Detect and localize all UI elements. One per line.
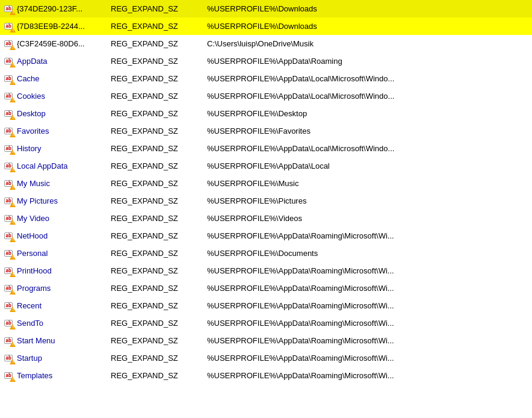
type-cell: REG_EXPAND_SZ xyxy=(108,297,205,314)
value-cell: %USERPROFILE%\AppData\Local\Microsoft\Wi… xyxy=(205,70,532,87)
value-cell: %USERPROFILE%\AppData\Roaming\Microsoft\… xyxy=(205,349,532,367)
name-cell: ab!Desktop xyxy=(0,105,108,122)
type-cell: REG_EXPAND_SZ xyxy=(108,314,205,332)
table-row[interactable]: ab!StartupREG_EXPAND_SZ%USERPROFILE%\App… xyxy=(0,349,532,367)
ab-icon: ab! xyxy=(2,353,14,364)
name-text: Recent xyxy=(17,301,42,310)
ab-icon: ab! xyxy=(2,301,14,311)
table-row[interactable]: ab!CookiesREG_EXPAND_SZ%USERPROFILE%\App… xyxy=(0,87,532,105)
name-cell: ab!PrintHood xyxy=(0,262,108,279)
table-row[interactable]: ab!{374DE290-123F...REG_EXPAND_SZ%USERPR… xyxy=(0,0,532,17)
type-cell: REG_EXPAND_SZ xyxy=(108,349,205,367)
ab-icon: ab! xyxy=(2,39,14,49)
value-cell: %USERPROFILE%\AppData\Roaming\Microsoft\… xyxy=(205,297,532,314)
table-row[interactable]: ab!My VideoREG_EXPAND_SZ%USERPROFILE%\Vi… xyxy=(0,210,532,227)
name-cell: ab!Cookies xyxy=(0,87,108,105)
name-cell: ab!Cache xyxy=(0,70,108,87)
name-text: Startup xyxy=(17,354,42,363)
ab-icon: ab! xyxy=(2,196,14,207)
value-cell: %USERPROFILE%\AppData\Roaming\Microsoft\… xyxy=(205,262,532,279)
table-row[interactable]: ab!RecentREG_EXPAND_SZ%USERPROFILE%\AppD… xyxy=(0,297,532,314)
registry-list: ab!{374DE290-123F...REG_EXPAND_SZ%USERPR… xyxy=(0,0,532,384)
value-cell: C:\Users\luisp\OneDrive\Musik xyxy=(205,35,532,52)
type-cell: REG_EXPAND_SZ xyxy=(108,192,205,210)
value-cell: %USERPROFILE%\AppData\Roaming xyxy=(205,52,532,70)
table-row[interactable]: ab!NetHoodREG_EXPAND_SZ%USERPROFILE%\App… xyxy=(0,227,532,245)
value-cell: %USERPROFILE%\Desktop xyxy=(205,105,532,122)
ab-icon: ab! xyxy=(2,318,14,329)
type-cell: REG_EXPAND_SZ xyxy=(108,35,205,52)
type-cell: REG_EXPAND_SZ xyxy=(108,140,205,157)
table-row[interactable]: ab!TemplatesREG_EXPAND_SZ%USERPROFILE%\A… xyxy=(0,367,532,384)
ab-icon: ab! xyxy=(2,266,14,276)
ab-icon: ab! xyxy=(2,213,14,224)
value-cell: %USERPROFILE%\AppData\Local xyxy=(205,157,532,175)
name-cell: ab!AppData xyxy=(0,52,108,70)
name-cell: ab!Programs xyxy=(0,279,108,297)
table-row[interactable]: ab!{C3F2459E-80D6...REG_EXPAND_SZC:\User… xyxy=(0,35,532,52)
name-text: {374DE290-123F... xyxy=(17,4,82,13)
name-text: Cookies xyxy=(17,92,45,101)
value-cell: %USERPROFILE%\AppData\Roaming\Microsoft\… xyxy=(205,332,532,349)
type-cell: REG_EXPAND_SZ xyxy=(108,367,205,384)
value-cell: %USERPROFILE%\AppData\Roaming\Microsoft\… xyxy=(205,279,532,297)
name-cell: ab!Start Menu xyxy=(0,332,108,349)
ab-icon: ab! xyxy=(2,91,14,102)
name-cell: ab!My Pictures xyxy=(0,192,108,210)
ab-icon: ab! xyxy=(2,143,14,154)
name-text: My Music xyxy=(17,179,50,188)
name-cell: ab!Favorites xyxy=(0,122,108,140)
name-cell: ab!SendTo xyxy=(0,314,108,332)
table-row[interactable]: ab!My MusicREG_EXPAND_SZ%USERPROFILE%\Mu… xyxy=(0,175,532,192)
ab-icon: ab! xyxy=(2,231,14,242)
name-cell: ab!My Video xyxy=(0,210,108,227)
name-text: My Video xyxy=(17,214,49,223)
name-text: PrintHood xyxy=(17,266,52,275)
type-cell: REG_EXPAND_SZ xyxy=(108,87,205,105)
name-cell: ab!My Music xyxy=(0,175,108,192)
type-cell: REG_EXPAND_SZ xyxy=(108,245,205,262)
table-row[interactable]: ab!{7D83EE9B-2244...REG_EXPAND_SZ%USERPR… xyxy=(0,17,532,35)
table-row[interactable]: ab!FavoritesREG_EXPAND_SZ%USERPROFILE%\F… xyxy=(0,122,532,140)
value-cell: %USERPROFILE%\Documents xyxy=(205,245,532,262)
name-cell: ab!Templates xyxy=(0,367,108,384)
ab-icon: ab! xyxy=(2,73,14,84)
name-text: Templates xyxy=(17,371,52,380)
table-row[interactable]: ab!DesktopREG_EXPAND_SZ%USERPROFILE%\Des… xyxy=(0,105,532,122)
table-row[interactable]: ab!PrintHoodREG_EXPAND_SZ%USERPROFILE%\A… xyxy=(0,262,532,279)
table-row[interactable]: ab!HistoryREG_EXPAND_SZ%USERPROFILE%\App… xyxy=(0,140,532,157)
table-row[interactable]: ab!SendToREG_EXPAND_SZ%USERPROFILE%\AppD… xyxy=(0,314,532,332)
name-cell: ab!{374DE290-123F... xyxy=(0,0,108,17)
value-cell: %USERPROFILE%\Videos xyxy=(205,210,532,227)
value-cell: %USERPROFILE%\AppData\Local\Microsoft\Wi… xyxy=(205,87,532,105)
table-row[interactable]: ab!PersonalREG_EXPAND_SZ%USERPROFILE%\Do… xyxy=(0,245,532,262)
type-cell: REG_EXPAND_SZ xyxy=(108,105,205,122)
name-cell: ab!Personal xyxy=(0,245,108,262)
name-cell: ab!Startup xyxy=(0,349,108,367)
ab-icon: ab! xyxy=(2,178,14,189)
name-cell: ab!NetHood xyxy=(0,227,108,245)
type-cell: REG_EXPAND_SZ xyxy=(108,70,205,87)
table-row[interactable]: ab!My PicturesREG_EXPAND_SZ%USERPROFILE%… xyxy=(0,192,532,210)
name-text: {7D83EE9B-2244... xyxy=(17,22,85,31)
ab-icon: ab! xyxy=(2,4,14,14)
value-cell: %USERPROFILE%\AppData\Roaming\Microsoft\… xyxy=(205,367,532,384)
table-row[interactable]: ab!Start MenuREG_EXPAND_SZ%USERPROFILE%\… xyxy=(0,332,532,349)
name-text: {C3F2459E-80D6... xyxy=(17,39,85,48)
ab-icon: ab! xyxy=(2,370,14,381)
table-row[interactable]: ab!ProgramsREG_EXPAND_SZ%USERPROFILE%\Ap… xyxy=(0,279,532,297)
table-row[interactable]: ab!Local AppDataREG_EXPAND_SZ%USERPROFIL… xyxy=(0,157,532,175)
value-cell: %USERPROFILE%\Music xyxy=(205,175,532,192)
ab-icon: ab! xyxy=(2,108,14,119)
name-text: Start Menu xyxy=(17,336,55,345)
ab-icon: ab! xyxy=(2,283,14,294)
name-cell: ab!{C3F2459E-80D6... xyxy=(0,35,108,52)
name-text: AppData xyxy=(17,57,48,66)
type-cell: REG_EXPAND_SZ xyxy=(108,332,205,349)
type-cell: REG_EXPAND_SZ xyxy=(108,262,205,279)
type-cell: REG_EXPAND_SZ xyxy=(108,175,205,192)
table-row[interactable]: ab!AppDataREG_EXPAND_SZ%USERPROFILE%\App… xyxy=(0,52,532,70)
table-row[interactable]: ab!CacheREG_EXPAND_SZ%USERPROFILE%\AppDa… xyxy=(0,70,532,87)
type-cell: REG_EXPAND_SZ xyxy=(108,157,205,175)
ab-icon: ab! xyxy=(2,335,14,346)
